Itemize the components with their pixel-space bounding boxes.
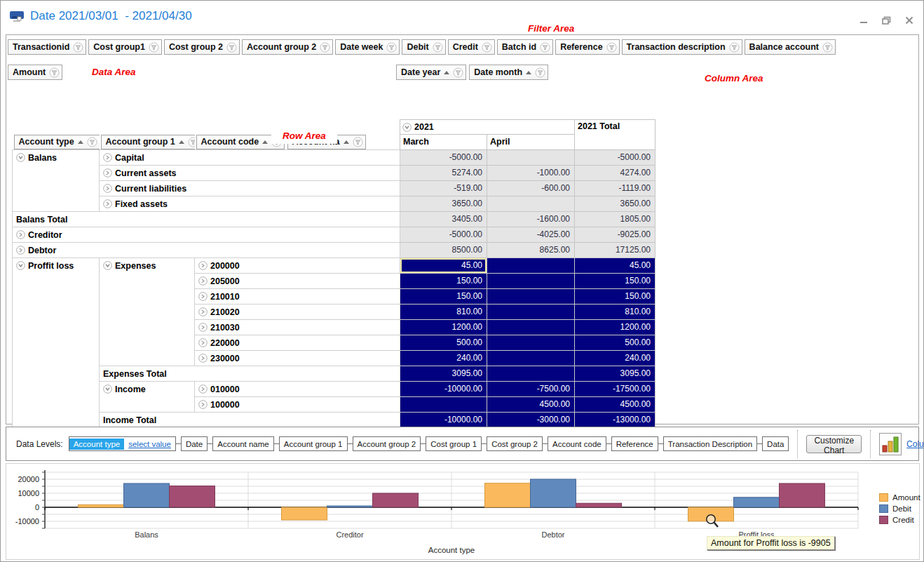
data-level-transaction-description[interactable]: Transaction Description [663,436,757,451]
pivot-cell[interactable] [400,396,487,412]
pivot-row-label[interactable]: 205000 [195,273,400,288]
chart-bar-credit-creditor[interactable] [373,493,419,507]
filter-field-batch-id[interactable]: Batch id [497,39,553,55]
filter-icon[interactable] [453,67,463,78]
pivot-row-label[interactable]: Current liabilities [100,180,400,196]
pivot-cell[interactable]: 150.00 [400,273,487,288]
pivot-column-month-april[interactable]: April [487,135,575,150]
pivot-row-label[interactable]: Income [100,381,195,412]
pivot-row-label[interactable]: 230000 [195,350,400,366]
pivot-cell[interactable]: -519.00 [400,180,487,196]
pivot-cell[interactable]: -5000.00 [400,227,487,242]
pivot-cell[interactable]: -4025.00 [487,227,575,242]
column-diagram-icon[interactable] [879,433,902,455]
filter-icon[interactable] [49,67,60,78]
data-level-data[interactable]: Data [762,436,789,451]
filter-field-balance-account[interactable]: Balance account [745,39,836,55]
filter-field-credit[interactable]: Credit [448,39,495,55]
filter-field-date-week[interactable]: Date week [335,39,400,55]
chart-bar-debit-balans[interactable] [124,483,170,507]
chart-bar-amount-creditor[interactable] [282,507,327,520]
pivot-cell[interactable]: 1200.00 [400,319,487,335]
pivot-cell[interactable]: 3405.00 [400,211,487,227]
expand-icon[interactable] [198,384,208,394]
filter-icon[interactable] [606,42,617,53]
filter-icon[interactable] [149,42,159,53]
pivot-cell[interactable]: -10000.00 [400,381,487,396]
pivot-cell[interactable]: 3095.00 [575,366,655,381]
pivot-row-label[interactable]: Capital [100,149,400,165]
pivot-row-label[interactable]: 210030 [195,319,400,335]
pivot-cell[interactable]: -3000.00 [487,412,575,427]
pivot-row-label[interactable]: Debtor [13,242,400,257]
pivot-cell[interactable]: 3650.00 [575,196,655,211]
expand-icon[interactable] [198,292,208,301]
expand-icon[interactable] [198,261,208,270]
collapse-icon[interactable] [402,123,412,132]
pivot-row-label[interactable]: Balans [13,149,100,211]
collapse-icon[interactable] [103,384,112,394]
data-level-cost-group-1[interactable]: Cost group 1 [426,436,482,451]
close-button[interactable] [905,16,913,25]
filter-icon[interactable] [822,42,833,53]
pivot-row-label[interactable]: Proffit loss [13,257,100,427]
pivot-cell[interactable]: -600.00 [487,180,575,196]
filter-field-debit[interactable]: Debit [402,39,445,55]
collapse-icon[interactable] [103,261,112,270]
filter-icon[interactable] [188,137,195,147]
data-level-account-type[interactable]: Account typeselect value [69,436,176,451]
filter-icon[interactable] [386,42,397,53]
pivot-cell[interactable] [487,335,575,350]
expand-icon[interactable] [198,400,208,409]
pivot-cell[interactable]: 810.00 [400,304,487,319]
pivot-cell[interactable]: -1600.00 [487,211,575,227]
pivot-cell[interactable] [487,366,575,381]
filter-field-account-group-2[interactable]: Account group 2 [242,39,333,55]
select-value-link[interactable]: select value [128,440,171,448]
filter-icon[interactable] [353,137,363,147]
filter-icon[interactable] [226,42,237,53]
pivot-row-label[interactable]: 220000 [195,335,400,350]
pivot-cell[interactable]: -5000.00 [400,149,487,165]
pivot-total-label[interactable]: Expenses Total [100,366,400,381]
data-level-account-name[interactable]: Account name [212,436,274,451]
filter-icon[interactable] [729,42,740,53]
row-field-account-type[interactable]: Account type [14,135,100,149]
pivot-cell[interactable] [487,273,575,288]
filter-field-transactionid[interactable]: Transactionid [8,39,86,55]
filter-icon[interactable] [87,137,97,147]
pivot-total-label[interactable]: Balans Total [13,211,400,227]
pivot-cell[interactable]: 150.00 [575,273,655,288]
pivot-cell[interactable]: 500.00 [400,335,487,350]
pivot-cell[interactable]: 150.00 [400,288,487,304]
column-field-date-year[interactable]: Date year [396,65,466,80]
chart-bar-amount-balans[interactable] [79,504,124,507]
collapse-icon[interactable] [16,261,25,270]
pivot-cell[interactable]: -1000.00 [487,165,575,180]
chart-bar-debit-creditor[interactable] [327,506,373,507]
data-field-amount[interactable]: Amount [8,65,62,80]
pivot-cell[interactable]: -9025.00 [575,227,655,242]
pivot-cell[interactable]: 45.00 [575,257,655,273]
pivot-row-label[interactable]: 010000 [195,381,400,396]
expand-icon[interactable] [103,184,112,193]
filter-field-reference[interactable]: Reference [555,39,619,55]
column-field-date-month[interactable]: Date month [469,65,548,80]
pivot-cell[interactable] [487,350,575,366]
filter-icon[interactable] [482,42,492,53]
pivot-cell[interactable]: -10000.00 [400,412,487,427]
pivot-cell[interactable] [487,196,575,211]
pivot-cell[interactable]: 17125.00 [575,242,655,257]
expand-icon[interactable] [103,199,112,208]
data-level-reference[interactable]: Reference [611,436,658,451]
minimize-button[interactable] [860,16,868,25]
filter-icon[interactable] [535,67,545,78]
pivot-row-label[interactable]: Creditor [13,227,400,242]
pivot-cell[interactable]: 3650.00 [400,196,487,211]
pivot-cell[interactable]: -17500.00 [575,381,655,396]
pivot-column-month-march[interactable]: March [400,135,487,150]
pivot-cell[interactable]: -5000.00 [575,149,655,165]
expand-icon[interactable] [198,276,208,286]
pivot-cell[interactable]: 240.00 [575,350,655,366]
pivot-cell[interactable]: 8500.00 [400,242,487,257]
